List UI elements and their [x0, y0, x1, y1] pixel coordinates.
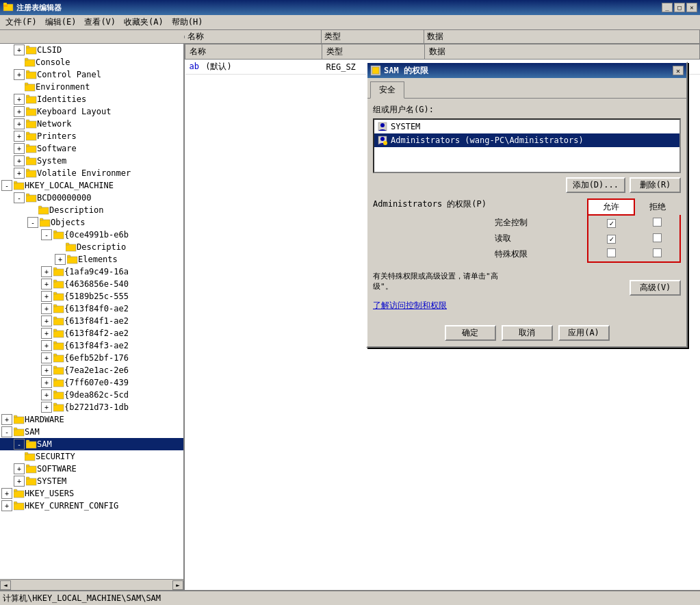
checkbox-deny-read[interactable] [653, 233, 662, 242]
expand-sam-child[interactable]: - [14, 439, 25, 450]
expand-bcd[interactable]: - [14, 192, 25, 203]
menu-view[interactable]: 查看(V) [80, 15, 120, 29]
expand-hklm[interactable]: - [1, 180, 12, 191]
tree-item-environment[interactable]: Environment [0, 81, 183, 93]
perm-allow-read[interactable] [588, 231, 634, 246]
tab-security[interactable]: 安全 [370, 81, 404, 99]
expand-hkcc[interactable]: + [1, 500, 12, 511]
menu-file[interactable]: 文件(F) [1, 15, 41, 29]
access-control-link[interactable]: 了解访问控制和权限 [373, 300, 681, 311]
minimize-btn[interactable]: _ [662, 3, 673, 12]
cancel-btn[interactable]: 取消 [502, 325, 553, 341]
tree-item-system[interactable]: + System [0, 155, 183, 167]
expand-hkusers[interactable]: + [1, 488, 12, 499]
expand-system[interactable]: + [14, 155, 25, 166]
tree-item-descriptio[interactable]: Descriptio [0, 241, 183, 253]
expand-objects[interactable]: - [27, 217, 38, 228]
advanced-btn[interactable]: 高级(V) [630, 280, 681, 296]
tree-item-sam-child[interactable]: - SAM [0, 438, 183, 450]
expand-6efb[interactable]: + [41, 352, 52, 363]
expand-7ea2[interactable]: + [41, 365, 52, 376]
tree-item-hardware[interactable]: + HARDWARE [0, 413, 183, 426]
ok-btn[interactable]: 确定 [445, 325, 496, 341]
tree-item-clsid[interactable]: + CLSID [0, 44, 183, 56]
perm-deny-read[interactable] [634, 231, 680, 246]
tree-item-description1[interactable]: Description [0, 204, 183, 216]
tree-item-elements[interactable]: + Elements [0, 253, 183, 266]
tree-item-console[interactable]: Console [0, 56, 183, 68]
perm-allow-fullcontrol[interactable] [588, 215, 634, 231]
tree-item-613f3[interactable]: + {613f84f3-ae2 [0, 339, 183, 352]
tree-item-keyboardlayout[interactable]: + Keyboard Layout [0, 105, 183, 118]
tree-item-5189[interactable]: + {5189b25c-555 [0, 290, 183, 302]
tree-item-hkcc[interactable]: + HKEY_CURRENT_CONFIG [0, 500, 183, 512]
expand-613f2[interactable]: + [41, 328, 52, 339]
users-list[interactable]: SYSTEM Administrators (wang-PC\Administr… [373, 118, 681, 173]
expand-b272[interactable]: + [41, 402, 52, 413]
expand-sam-root[interactable]: - [1, 426, 12, 437]
tree-item-hklm[interactable]: - HKEY_LOCAL_MACHINE [0, 179, 183, 192]
tree-item-7ea2[interactable]: + {7ea2e1ac-2e6 [0, 364, 183, 376]
checkbox-deny-fullcontrol[interactable] [653, 218, 662, 227]
tree-item-hkusers[interactable]: + HKEY_USERS [0, 487, 183, 500]
expand-5189[interactable]: + [41, 291, 52, 302]
expand-software[interactable]: + [14, 143, 25, 154]
expand-elements[interactable]: + [55, 254, 66, 265]
expand-9dea[interactable]: + [41, 389, 52, 400]
tree-item-network[interactable]: + Network [0, 118, 183, 130]
tree-item-sam-root[interactable]: - SAM [0, 426, 183, 438]
tree-item-software[interactable]: + Software [0, 142, 183, 155]
expand-4636[interactable]: + [41, 279, 52, 289]
menu-help[interactable]: 帮助(H) [168, 15, 207, 29]
tree-item-objects[interactable]: - Objects [0, 216, 183, 229]
checkbox-allow-read[interactable] [607, 235, 616, 244]
expand-controlpanel[interactable]: + [14, 69, 25, 80]
checkbox-allow-fullcontrol[interactable] [607, 219, 616, 228]
expand-identities[interactable]: + [14, 94, 25, 105]
user-item-admin[interactable]: Administrators (wang-PC\Administrators) [374, 133, 679, 147]
user-item-system[interactable]: SYSTEM [374, 120, 679, 133]
perm-allow-special[interactable] [588, 246, 634, 262]
tree-item-system2[interactable]: + SYSTEM [0, 475, 183, 487]
expand-system2[interactable]: + [14, 476, 25, 487]
tree-item-bcd[interactable]: - BCD00000000 [0, 192, 183, 204]
checkbox-allow-special[interactable] [607, 248, 616, 257]
maximize-btn[interactable]: □ [674, 3, 685, 12]
tree-item-security[interactable]: SECURITY [0, 450, 183, 463]
expand-613f1[interactable]: + [41, 316, 52, 326]
remove-user-btn[interactable]: 删除(R) [630, 177, 681, 193]
tree-scroll[interactable]: + CLSID Console + Control Panel [0, 44, 183, 579]
expand-clsid[interactable]: + [14, 44, 25, 55]
expand-613f3[interactable]: + [41, 340, 52, 351]
menu-edit[interactable]: 编辑(E) [41, 15, 81, 29]
perm-deny-fullcontrol[interactable] [634, 215, 680, 231]
expand-software2[interactable]: + [14, 463, 25, 474]
expand-613f0[interactable]: + [41, 303, 52, 314]
tree-item-613f2[interactable]: + {613f84f2-ae2 [0, 327, 183, 339]
tree-item-613f1[interactable]: + {613f84f1-ae2 [0, 315, 183, 327]
tree-item-b272[interactable]: + {b2721d73-1db [0, 401, 183, 413]
apply-btn[interactable]: 应用(A) [558, 325, 610, 341]
tree-item-1afa[interactable]: + {1afa9c49-16a [0, 266, 183, 278]
expand-7ff6[interactable]: + [41, 377, 52, 388]
expand-hardware[interactable]: + [1, 414, 12, 425]
add-user-btn[interactable]: 添加(D)... [566, 177, 625, 193]
expand-network[interactable]: + [14, 118, 25, 129]
expand-keyboardlayout[interactable]: + [14, 106, 25, 117]
expand-printers[interactable]: + [14, 131, 25, 142]
tree-item-0ce[interactable]: - {0ce4991b-e6b [0, 229, 183, 241]
checkbox-deny-special[interactable] [653, 248, 662, 257]
tree-item-7ff6[interactable]: + {7ff607e0-439 [0, 376, 183, 389]
tree-hscroll[interactable]: ◄ ► [0, 579, 183, 590]
tree-item-software2[interactable]: + SOFTWARE [0, 463, 183, 475]
expand-volatile[interactable]: + [14, 168, 25, 179]
tree-item-identities[interactable]: + Identities [0, 93, 183, 105]
tree-item-613f0[interactable]: + {613f84f0-ae2 [0, 302, 183, 315]
tree-item-volatile[interactable]: + Volatile Environmer [0, 167, 183, 179]
tree-item-9dea[interactable]: + {9dea862c-5cd [0, 389, 183, 401]
tree-item-6efb[interactable]: + {6efb52bf-176 [0, 352, 183, 364]
dialog-close-btn[interactable]: ✕ [673, 66, 684, 75]
tree-item-printers[interactable]: + Printers [0, 130, 183, 142]
expand-1afa[interactable]: + [41, 266, 52, 277]
close-btn[interactable]: ✕ [686, 3, 697, 12]
